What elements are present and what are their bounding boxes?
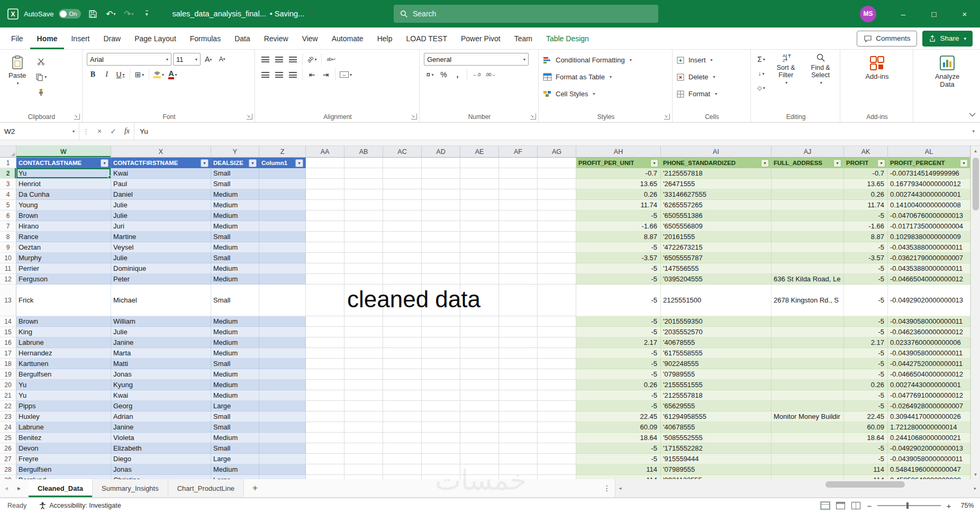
orientation-button[interactable]: ab▾: [306, 53, 318, 66]
cell-AD10[interactable]: [422, 253, 460, 263]
cell-AJ14[interactable]: [772, 316, 844, 327]
cell-AI22[interactable]: '65629555: [661, 401, 772, 411]
cell-AL12[interactable]: -0.04665040000000012: [888, 274, 970, 285]
row-header-9[interactable]: 9: [0, 242, 16, 253]
filter-dropdown-icon[interactable]: ▾: [833, 159, 841, 167]
cell-AJ3[interactable]: [772, 179, 844, 189]
cell-AD1[interactable]: [422, 158, 460, 168]
cell-AC19[interactable]: [383, 369, 422, 380]
cell-AD6[interactable]: [422, 210, 460, 221]
cell-AA12[interactable]: [306, 274, 344, 285]
cell-AH5[interactable]: 11.74: [576, 200, 661, 210]
cell-AI9[interactable]: '4722673215: [661, 242, 772, 253]
number-format-select[interactable]: General ▾: [424, 53, 529, 66]
cell-AA11[interactable]: [306, 263, 344, 274]
cell-AB20[interactable]: [344, 380, 383, 390]
cell-AD11[interactable]: [422, 263, 460, 274]
cell-AE25[interactable]: [460, 433, 499, 443]
cell-AL23[interactable]: 0.30944170000000026: [888, 411, 970, 422]
cell-AB4[interactable]: [344, 189, 383, 200]
column-header-AK[interactable]: AK: [844, 146, 888, 157]
cell-AA9[interactable]: [306, 242, 344, 253]
cell-W1[interactable]: CONTACTLASTNAME▾: [16, 158, 111, 168]
cell-AF3[interactable]: [499, 179, 538, 189]
share-button[interactable]: Share ▾: [922, 31, 973, 47]
cell-AB9[interactable]: [344, 242, 383, 253]
cell-Z4[interactable]: [259, 189, 306, 200]
filter-dropdown-icon[interactable]: ▾: [101, 159, 108, 167]
cell-AL27[interactable]: -0.04390580000000011: [888, 454, 970, 464]
cell-AC14[interactable]: [383, 316, 422, 327]
cell-AK27[interactable]: -5: [844, 454, 888, 464]
cell-AH29[interactable]: 114: [576, 475, 661, 479]
cell-AL22[interactable]: -0.02649280000000007: [888, 401, 970, 411]
cell-AG5[interactable]: [538, 200, 576, 210]
cell-W14[interactable]: Brown: [16, 316, 111, 327]
filter-dropdown-icon[interactable]: ▾: [761, 159, 769, 167]
cell-AC18[interactable]: [383, 359, 422, 369]
cell-W25[interactable]: Benitez: [16, 433, 111, 443]
cell-AF4[interactable]: [499, 189, 538, 200]
accounting-format-button[interactable]: ¤▾: [424, 68, 436, 81]
quick-access-toolbar-icon[interactable]: ▾: [140, 7, 153, 21]
cell-AF13[interactable]: [499, 285, 538, 316]
cell-AL16[interactable]: 0.02337600000000006: [888, 337, 970, 348]
cell-AJ20[interactable]: [772, 380, 844, 390]
cell-X3[interactable]: Paul: [111, 179, 211, 189]
cell-X5[interactable]: Julie: [111, 200, 211, 210]
cell-AD25[interactable]: [422, 433, 460, 443]
cell-Z17[interactable]: [259, 348, 306, 359]
undo-icon[interactable]: ↶▾: [104, 7, 117, 21]
row-header-7[interactable]: 7: [0, 221, 16, 232]
row-header-15[interactable]: 15: [0, 327, 16, 337]
cell-X7[interactable]: Juri: [111, 221, 211, 232]
cell-Y16[interactable]: Medium: [211, 337, 259, 348]
cell-AL28[interactable]: 0.54841960000000047: [888, 464, 970, 475]
fill-color-button[interactable]: ▾: [152, 68, 165, 81]
cell-AE10[interactable]: [460, 253, 499, 263]
cell-AI1[interactable]: PHONE_STANDARDIZED▾: [661, 158, 772, 168]
cell-AL19[interactable]: -0.04665040000000012: [888, 369, 970, 380]
cell-AE12[interactable]: [460, 274, 499, 285]
conditional-formatting-button[interactable]: Conditional Formatting ▾: [543, 53, 632, 67]
cell-AH23[interactable]: 22.45: [576, 411, 661, 422]
styles-dialog-launcher-icon[interactable]: ↘: [664, 114, 670, 120]
cell-AC26[interactable]: [383, 443, 422, 454]
cell-Z8[interactable]: [259, 232, 306, 242]
cell-AE21[interactable]: [460, 390, 499, 401]
insert-cells-button[interactable]: + Insert ▾: [677, 53, 717, 67]
cell-W28[interactable]: Bergulfsen: [16, 464, 111, 475]
cell-Z19[interactable]: [259, 369, 306, 380]
cell-AA10[interactable]: [306, 253, 344, 263]
merge-center-button[interactable]: ↔▾: [339, 68, 353, 81]
cell-Y26[interactable]: Small: [211, 443, 259, 454]
cell-AE3[interactable]: [460, 179, 499, 189]
cell-Z10[interactable]: [259, 253, 306, 263]
cell-Y3[interactable]: Small: [211, 179, 259, 189]
cell-AG4[interactable]: [538, 189, 576, 200]
column-header-X[interactable]: X: [111, 146, 211, 157]
underline-button[interactable]: U▾: [114, 68, 126, 81]
cell-X2[interactable]: Kwai: [111, 168, 211, 179]
cell-W29[interactable]: Berglund: [16, 475, 111, 479]
cell-Z25[interactable]: [259, 433, 306, 443]
column-header-AD[interactable]: AD: [422, 146, 460, 157]
row-header-19[interactable]: 19: [0, 369, 16, 380]
cell-W16[interactable]: Labrune: [16, 337, 111, 348]
cell-AC6[interactable]: [383, 210, 422, 221]
italic-button[interactable]: I: [101, 68, 113, 81]
row-header-1[interactable]: 1: [0, 158, 16, 168]
ribbon-tab-insert[interactable]: Insert: [64, 28, 96, 49]
horizontal-scrollbar[interactable]: ◂ ▸: [615, 479, 980, 497]
cell-AG17[interactable]: [538, 348, 576, 359]
paste-button[interactable]: Paste ▾: [4, 53, 30, 88]
cell-Z7[interactable]: [259, 221, 306, 232]
cell-AF25[interactable]: [499, 433, 538, 443]
cell-AA16[interactable]: [306, 337, 344, 348]
cell-AE5[interactable]: [460, 200, 499, 210]
cell-W19[interactable]: Bergulfsen: [16, 369, 111, 380]
cell-AI11[interactable]: '147556555: [661, 263, 772, 274]
cell-W3[interactable]: Henriot: [16, 179, 111, 189]
cell-X9[interactable]: Veysel: [111, 242, 211, 253]
cell-AH27[interactable]: -5: [576, 454, 661, 464]
